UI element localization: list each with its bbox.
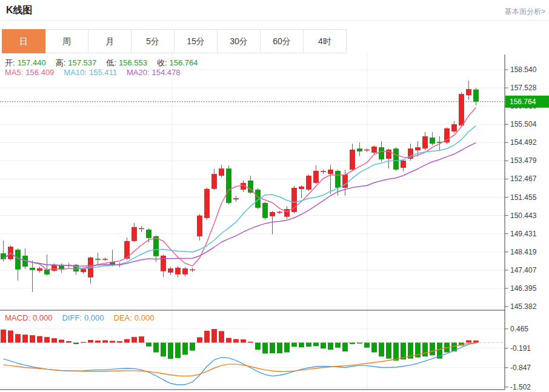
ma10-label: MA10: <box>64 68 87 77</box>
low-label: 低: <box>106 58 116 67</box>
ma10-value: 155.411 <box>89 68 117 77</box>
svg-text:147.407: 147.407 <box>510 266 537 274</box>
diff-value: 0.000 <box>84 313 104 322</box>
svg-text:153.479: 153.479 <box>510 156 537 165</box>
svg-text:149.431: 149.431 <box>510 230 537 238</box>
svg-text:154.492: 154.492 <box>510 138 537 147</box>
svg-text:152.467: 152.467 <box>510 174 537 183</box>
svg-text:148.419: 148.419 <box>510 248 537 256</box>
high-value: 157.537 <box>68 58 96 67</box>
current-price-badge: 156.764 <box>505 96 549 108</box>
ohlc-legend: 开:157.440 高:157.537 低:156.553 收:156.764 <box>5 58 198 67</box>
low-value: 156.553 <box>119 58 147 67</box>
svg-text:158.540: 158.540 <box>510 65 537 74</box>
open-label: 开: <box>5 58 15 67</box>
svg-text:145.382: 145.382 <box>510 302 537 311</box>
svg-text:155.504: 155.504 <box>510 120 537 128</box>
diff-label: DIFF: <box>62 313 82 322</box>
close-value: 156.764 <box>170 58 198 67</box>
dea-label: DEA: <box>113 313 131 322</box>
macd-label: MACD: <box>5 313 30 322</box>
svg-text:156.764: 156.764 <box>510 98 536 106</box>
close-label: 收: <box>157 58 167 67</box>
macd-value: 0.000 <box>33 313 53 322</box>
grid-layer <box>0 51 505 390</box>
ma20-label: MA20: <box>127 68 150 77</box>
dea-value: 0.000 <box>135 313 155 322</box>
svg-text:-0.847: -0.847 <box>510 364 531 372</box>
axis-layer: 158.540157.528156.516155.504154.492153.4… <box>505 65 537 391</box>
high-label: 高: <box>56 58 66 67</box>
ma-legend: MA5:156.409 MA10:155.411 MA20:154.478 <box>5 68 181 77</box>
svg-text:150.443: 150.443 <box>510 211 537 220</box>
open-value: 157.440 <box>18 58 46 67</box>
svg-text:0.465: 0.465 <box>510 325 528 333</box>
svg-text:146.395: 146.395 <box>510 284 537 293</box>
ma-layer <box>4 107 476 270</box>
ma5-label: MA5: <box>5 68 23 77</box>
svg-text:157.528: 157.528 <box>510 84 537 92</box>
frame-layer <box>0 55 505 390</box>
ma5-value: 156.409 <box>25 68 54 77</box>
svg-text:151.455: 151.455 <box>510 193 537 202</box>
ma20-value: 154.478 <box>152 68 181 77</box>
kline-widget: K线图 基本面分析> 日 周 月 5分 15分 30分 60分 4时 158.5… <box>0 0 549 392</box>
svg-text:-1.502: -1.502 <box>510 383 531 391</box>
svg-text:-0.191: -0.191 <box>510 344 531 353</box>
macd-layer <box>1 329 479 385</box>
macd-legend: MACD:0.000 DIFF:0.000 DEA:0.000 <box>5 313 154 322</box>
